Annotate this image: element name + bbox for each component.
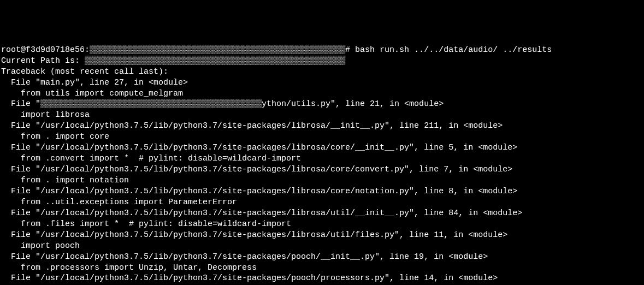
terminal-line: from . import notation xyxy=(1,175,643,186)
terminal-line: File "main.py", line 27, in <module> xyxy=(1,78,643,88)
terminal-line: File "/usr/local/python3.7.5/lib/python3… xyxy=(1,143,643,153)
terminal-line: from . import core xyxy=(1,132,643,143)
terminal-line: import librosa xyxy=(1,110,643,121)
terminal-output: root@f3d9d0718e56:▒▒▒▒▒▒▒▒▒▒▒▒▒▒▒▒▒▒▒▒▒▒… xyxy=(0,45,644,285)
terminal-line: File "/usr/local/python3.7.5/lib/python3… xyxy=(1,230,643,241)
terminal-line: import pooch xyxy=(1,241,643,252)
terminal-line: File "/usr/local/python3.7.5/lib/python3… xyxy=(1,273,643,284)
terminal-line: File "/usr/local/python3.7.5/lib/python3… xyxy=(1,164,643,175)
terminal-line: File "▒▒▒▒▒▒▒▒▒▒▒▒▒▒▒▒▒▒▒▒▒▒▒▒▒▒▒▒▒▒▒▒▒▒… xyxy=(1,99,643,110)
terminal-line: from .processors import Unzip, Untar, De… xyxy=(1,263,643,274)
terminal-line: File "/usr/local/python3.7.5/lib/python3… xyxy=(1,252,643,263)
terminal-line: from ..util.exceptions import ParameterE… xyxy=(1,197,643,208)
terminal-line: File "/usr/local/python3.7.5/lib/python3… xyxy=(1,208,643,219)
terminal-line: from .convert import * # pylint: disable… xyxy=(1,153,643,164)
terminal-line: Current Path is: ▒▒▒▒▒▒▒▒▒▒▒▒▒▒▒▒▒▒▒▒▒▒▒… xyxy=(1,56,643,67)
terminal-line: from .files import * # pylint: disable=w… xyxy=(1,219,643,230)
terminal-line: File "/usr/local/python3.7.5/lib/python3… xyxy=(1,121,643,132)
terminal-line: File "/usr/local/python3.7.5/lib/python3… xyxy=(1,186,643,197)
terminal-line: root@f3d9d0718e56:▒▒▒▒▒▒▒▒▒▒▒▒▒▒▒▒▒▒▒▒▒▒… xyxy=(1,45,643,56)
terminal-line: from utils import compute_melgram xyxy=(1,88,643,99)
terminal-line: Traceback (most recent call last): xyxy=(1,67,643,78)
